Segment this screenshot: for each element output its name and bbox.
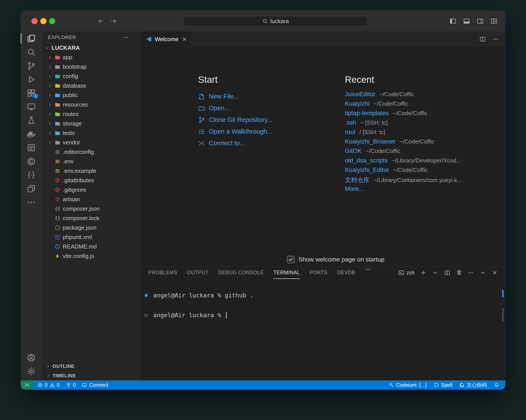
navigate-back-button[interactable] [97,18,104,25]
tree-item-database[interactable]: database [42,81,141,91]
tree-item-bootstrap[interactable]: bootstrap [42,62,141,72]
zoom-window-button[interactable] [49,18,55,24]
tree-item-.gitignore[interactable]: .gitignore [42,185,141,195]
toggle-panel-button[interactable] [463,18,470,25]
activity-item-explorer[interactable] [21,32,42,45]
tree-root-folder[interactable]: LUCKARA [42,43,141,53]
recent-link-old-dsa-scripts[interactable]: old_dsa_scripts [345,157,388,164]
recent-link-kuaiyizhi-editor[interactable]: Kuaiyizhi_Editor [345,166,389,174]
activity-item-list-view[interactable] [21,141,42,154]
recent-link-kuaiyizhi-browser[interactable]: Kuaiyizhi_Browser [345,138,395,145]
start-connect-to-link[interactable]: Connect to... [198,137,273,149]
minimize-window-button[interactable] [40,18,46,24]
toggle-sidebar-button[interactable] [449,18,456,25]
panel-tabs-more-button[interactable] [365,266,371,273]
terminal-dropdown-button[interactable] [432,270,438,276]
recent-link-more[interactable]: More... [345,185,364,192]
tree-item-.env.example[interactable]: .env.example [42,166,141,176]
tree-item-vendor[interactable]: vendor [42,138,141,147]
tree-item-README.md[interactable]: README.md [42,242,141,251]
terminal-scrollbar[interactable] [502,308,504,322]
spell-status[interactable]: Spell [434,382,452,388]
start-new-file-link[interactable]: New File... [198,91,273,102]
tree-item-.env[interactable]: .env [42,157,141,166]
recent-link-gitok[interactable]: GitOK [345,147,362,154]
activity-item-accounts[interactable] [21,351,42,365]
recent-link-root[interactable]: root [345,129,355,136]
close-window-button[interactable] [31,18,38,24]
tree-item-storage[interactable]: storage [42,119,141,128]
activity-item-codeium[interactable] [21,154,42,168]
tree-item-resources[interactable]: resources [42,100,141,109]
timeline-section-header[interactable]: TIMELINE [42,371,141,380]
editor-more-actions-button[interactable] [492,36,499,42]
recent-link-kuaiyizhi[interactable]: Kuaiyizhi [345,100,370,107]
start-open-link[interactable]: Open... [198,102,273,114]
activity-item-run-and-debug[interactable] [21,73,42,86]
tab-welcome[interactable]: Welcome [141,32,190,47]
activity-item-additional-views[interactable] [21,195,42,209]
panel-tab-debug-console[interactable]: DEBUG CONSOLE [218,266,264,279]
tree-item-.editorconfig[interactable]: .editorconfig [42,147,141,157]
ports-status[interactable]: 0 [66,382,76,388]
tree-item-app[interactable]: app [42,53,141,62]
panel-tab-ports[interactable]: PORTS [310,266,327,279]
outline-section-header[interactable]: OUTLINE [42,361,141,371]
kill-terminal-button[interactable] [456,270,462,276]
new-terminal-button[interactable] [420,270,426,276]
activity-item-live-preview[interactable] [21,182,42,195]
panel-tab-problems[interactable]: PROBLEMS [148,266,177,279]
activity-item-source-control[interactable] [21,59,42,73]
customize-layout-button[interactable] [490,18,497,25]
tree-item-routes[interactable]: routes [42,109,141,119]
panel-tab-output[interactable]: OUTPUT [187,266,209,279]
startup-checkbox-label: Show welcome page on startup [298,256,384,263]
remote-indicator[interactable] [21,380,33,390]
activity-item-snippets[interactable] [21,168,42,182]
chevron-right-icon [48,93,52,98]
maximize-panel-button[interactable] [480,270,486,276]
recent-link-juiceeditor[interactable]: JuiceEditor [345,91,375,98]
welcome-startup-checkbox[interactable]: Show welcome page on startup [287,256,384,263]
toggle-secondary-sidebar-button[interactable] [477,18,484,25]
tree-item-composer.json[interactable]: composer.json [42,204,141,214]
tree-item-.gitattributes[interactable]: .gitattributes [42,176,141,185]
command-center-search[interactable]: luckara [183,16,367,26]
activity-item-testing[interactable] [21,113,42,127]
tree-item-vite.config.js[interactable]: vite.config.js [42,251,141,261]
activity-item-search[interactable] [21,45,42,59]
recent-link-ssh[interactable]: .ssh [345,119,356,126]
split-editor-button[interactable] [479,36,486,42]
terminal-shell-selector[interactable]: zsh [398,270,415,276]
split-terminal-button[interactable] [444,270,450,276]
connect-button[interactable]: Connect [82,382,108,388]
panel-tab-terminal[interactable]: TERMINAL [273,266,300,279]
codeium-status[interactable]: Codeium: {...} [389,382,426,388]
comate-status[interactable]: 文心快码 [459,382,487,389]
navigate-forward-button[interactable] [110,18,117,25]
tree-item-package.json[interactable]: package.json [42,223,141,233]
activity-item-manage[interactable] [21,365,42,378]
panel-tab-devdb[interactable]: DEVDB [337,266,355,279]
notifications-bell[interactable] [494,382,499,388]
recent-link-item-9[interactable]: 文档仓库 [345,176,370,184]
problems-status[interactable]: 0 0 [37,382,60,388]
tree-item-config[interactable]: config [42,72,141,81]
tree-item-phpunit.xml[interactable]: phpunit.xml [42,233,141,242]
activity-item-remote-explorer[interactable] [21,100,42,113]
tree-item-public[interactable]: public [42,91,141,100]
checkbox-checked-icon[interactable] [287,256,294,263]
tree-item-composer.lock[interactable]: composer.lock [42,214,141,223]
tab-close-button[interactable] [181,36,188,42]
activity-item-extensions[interactable]: 1 [21,86,42,100]
explorer-more-actions-button[interactable] [123,34,129,41]
activity-item-docker[interactable] [21,127,42,141]
start-open-a-walkthrough-link[interactable]: Open a Walkthrough... [198,126,273,137]
tree-item-artisan[interactable]: artisan [42,195,141,204]
tree-item-tests[interactable]: tests [42,128,141,138]
recent-link-tiptap-templates[interactable]: tiptap-templates [345,110,389,117]
close-panel-button[interactable] [492,270,498,276]
panel-more-actions-button[interactable] [468,270,474,276]
start-clone-git-repository-link[interactable]: Clone Git Repository... [198,114,273,126]
terminal[interactable]: angel@Air luckara % github .angel@Air lu… [141,279,505,380]
